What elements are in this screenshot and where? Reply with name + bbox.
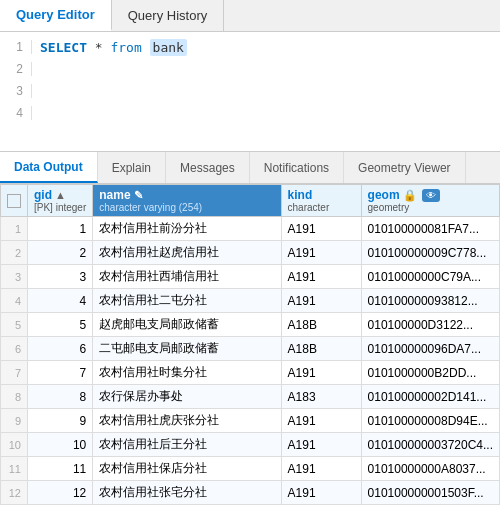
td-kind: A191 <box>281 409 361 433</box>
keyword-select: SELECT <box>40 40 87 55</box>
table-row: 55赵虎邮电支局邮政储蓄A18B010100000D3122... <box>1 313 500 337</box>
col-kind-sub: character <box>288 202 355 213</box>
td-geom: 010100000009C778... <box>361 241 499 265</box>
td-name: 农村信用社前汾分社 <box>93 217 281 241</box>
td-geom: 010100000096DA7... <box>361 337 499 361</box>
td-gid: 1 <box>28 217 93 241</box>
table-row: 99农村信用社虎庆张分社A191010100000008D94E... <box>1 409 500 433</box>
td-gid: 5 <box>28 313 93 337</box>
tab-query-history-label: Query History <box>128 8 207 23</box>
td-geom: 010100000093812... <box>361 289 499 313</box>
col-kind-label: kind <box>288 188 355 202</box>
tab-notifications-label: Notifications <box>264 161 329 175</box>
sql-line-3: 3 <box>0 80 500 102</box>
td-row-indicator: 6 <box>1 337 28 361</box>
table-row: 33农村信用社西埔信用社A19101010000000C79A... <box>1 265 500 289</box>
sql-line-1: 1 SELECT * from bank <box>0 36 500 58</box>
td-name: 农村信用社西埔信用社 <box>93 265 281 289</box>
table-header-row: gid ▲ [PK] integer name ✎ character vary… <box>1 185 500 217</box>
results-area: Data Output Explain Messages Notificatio… <box>0 152 500 511</box>
sql-line-4: 4 <box>0 102 500 124</box>
td-gid: 2 <box>28 241 93 265</box>
col-name-label: name ✎ <box>99 188 274 202</box>
td-geom: 010100000D3122... <box>361 313 499 337</box>
td-gid: 8 <box>28 385 93 409</box>
td-kind: A191 <box>281 361 361 385</box>
results-table: gid ▲ [PK] integer name ✎ character vary… <box>0 184 500 505</box>
td-name: 赵虎邮电支局邮政储蓄 <box>93 313 281 337</box>
table-row: 77农村信用社时集分社A1910101000000B2DD... <box>1 361 500 385</box>
td-geom: 010100000003720C4... <box>361 433 499 457</box>
tab-geometry-viewer[interactable]: Geometry Viewer <box>344 152 465 183</box>
row-selector-all[interactable] <box>7 194 21 208</box>
tab-query-editor[interactable]: Query Editor <box>0 0 112 31</box>
td-name: 农村信用社张宅分社 <box>93 481 281 505</box>
td-kind: A191 <box>281 265 361 289</box>
name-edit-icon[interactable]: ✎ <box>134 189 143 202</box>
td-name: 农村信用社后王分社 <box>93 433 281 457</box>
td-geom: 010100000002D141... <box>361 385 499 409</box>
bottom-tab-bar: Data Output Explain Messages Notificatio… <box>0 152 500 184</box>
table-name: bank <box>150 39 187 56</box>
td-gid: 9 <box>28 409 93 433</box>
line-number-1: 1 <box>0 40 32 54</box>
td-row-indicator: 10 <box>1 433 28 457</box>
td-row-indicator: 1 <box>1 217 28 241</box>
td-geom: 01010000000C79A... <box>361 265 499 289</box>
td-name: 农村信用社二屯分社 <box>93 289 281 313</box>
th-gid: gid ▲ [PK] integer <box>28 185 93 217</box>
td-row-indicator: 4 <box>1 289 28 313</box>
td-gid: 10 <box>28 433 93 457</box>
col-geom-sub: geometry <box>368 202 493 213</box>
td-gid: 6 <box>28 337 93 361</box>
td-name: 农村信用社虎庆张分社 <box>93 409 281 433</box>
tab-explain-label: Explain <box>112 161 151 175</box>
td-name: 二屯邮电支局邮政储蓄 <box>93 337 281 361</box>
td-gid: 7 <box>28 361 93 385</box>
data-grid[interactable]: gid ▲ [PK] integer name ✎ character vary… <box>0 184 500 511</box>
keyword-from: from <box>110 40 141 55</box>
col-gid-sub: [PK] integer <box>34 202 86 213</box>
table-row: 1111农村信用社保店分社A19101010000000A8037... <box>1 457 500 481</box>
td-row-indicator: 9 <box>1 409 28 433</box>
td-gid: 11 <box>28 457 93 481</box>
line-number-3: 3 <box>0 84 32 98</box>
line-content-1: SELECT * from bank <box>32 40 187 55</box>
td-name: 农村信用社赵虎信用社 <box>93 241 281 265</box>
th-indicator <box>1 185 28 217</box>
td-row-indicator: 7 <box>1 361 28 385</box>
td-kind: A191 <box>281 457 361 481</box>
td-geom: 0101000000B2DD... <box>361 361 499 385</box>
td-kind: A191 <box>281 433 361 457</box>
tab-explain[interactable]: Explain <box>98 152 166 183</box>
geom-eye-button[interactable]: 👁 <box>422 189 440 202</box>
td-kind: A191 <box>281 241 361 265</box>
line-number-2: 2 <box>0 62 32 76</box>
th-kind: kind character <box>281 185 361 217</box>
table-row: 1212农村信用社张宅分社A191010100000001503F... <box>1 481 500 505</box>
td-geom: 010100000001503F... <box>361 481 499 505</box>
tab-messages[interactable]: Messages <box>166 152 250 183</box>
td-row-indicator: 12 <box>1 481 28 505</box>
tab-query-history[interactable]: Query History <box>112 0 224 31</box>
td-geom: 010100000008D94E... <box>361 409 499 433</box>
col-name-sub: character varying (254) <box>99 202 274 213</box>
td-kind: A191 <box>281 481 361 505</box>
tab-data-output[interactable]: Data Output <box>0 152 98 183</box>
td-kind: A191 <box>281 217 361 241</box>
gid-sort-icon[interactable]: ▲ <box>55 189 66 201</box>
tab-messages-label: Messages <box>180 161 235 175</box>
th-geom: geom 🔒 👁 geometry <box>361 185 499 217</box>
td-kind: A191 <box>281 289 361 313</box>
td-row-indicator: 5 <box>1 313 28 337</box>
table-row: 11农村信用社前汾分社A191010100000081FA7... <box>1 217 500 241</box>
tab-query-editor-label: Query Editor <box>16 7 95 22</box>
geom-lock-icon: 🔒 <box>403 189 417 202</box>
td-geom: 010100000081FA7... <box>361 217 499 241</box>
tab-geometry-viewer-label: Geometry Viewer <box>358 161 450 175</box>
td-geom: 01010000000A8037... <box>361 457 499 481</box>
col-geom-label: geom 🔒 👁 <box>368 188 493 202</box>
td-name: 农村信用社时集分社 <box>93 361 281 385</box>
sql-editor[interactable]: 1 SELECT * from bank 2 3 4 <box>0 32 500 152</box>
tab-notifications[interactable]: Notifications <box>250 152 344 183</box>
